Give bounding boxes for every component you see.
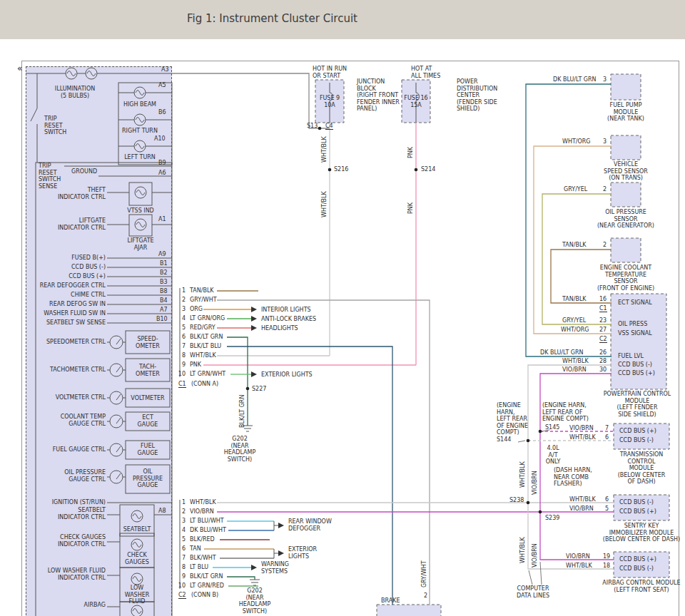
conn-a-name: (CONN A) xyxy=(191,381,218,388)
s214-label: S214 xyxy=(421,166,435,173)
conn-b-7-wire: BLK/WHT xyxy=(190,555,216,562)
pnk-vertical-label-2: PNK xyxy=(407,202,415,214)
speedometer-gauge-icon xyxy=(110,336,123,349)
computer-data-lines-label: COMPUTER DATA LINES xyxy=(514,585,552,599)
conn-b-3-wire: LT BLU/WHT xyxy=(190,518,224,525)
pin-b3: B3 xyxy=(160,279,168,286)
pin-b8: B8 xyxy=(160,288,168,295)
oil-sensor-pin: 2 xyxy=(603,186,607,193)
conn-a-3-wire: ORG xyxy=(190,306,203,313)
fuel-gauge-label: FUEL GAUGE xyxy=(126,443,170,456)
chime-ctrl-label: CHIME CTRL xyxy=(29,292,106,299)
conn-a-7-num: 7 xyxy=(176,343,186,350)
ccd-bus-pos-label: CCD BUS (+) xyxy=(29,273,106,280)
c4-text: C4 xyxy=(325,123,333,130)
conn-a-1-num: 1 xyxy=(176,287,186,294)
pcm-wire-5: VIO/BRN xyxy=(562,366,587,374)
conn-a-5-num: 5 xyxy=(176,324,186,332)
pcm-signal-2: VSS SIGNAL xyxy=(618,330,652,337)
check-ctrl-label: CHECK GAUGES INDICATOR CTRL xyxy=(21,534,106,548)
high-beam-label: HIGH BEAM xyxy=(118,101,161,108)
fused-b-label: FUSED B(+) xyxy=(29,255,106,262)
dest-headlights: HEADLIGHTS xyxy=(261,325,298,332)
c4-label: C4 xyxy=(325,123,333,130)
hot-at-all-times-label: HOT AT ALL TIMES xyxy=(411,66,440,79)
speedometer-label: SPEED- OMETER xyxy=(126,336,170,349)
conn-b-7-num: 7 xyxy=(176,555,186,562)
illumination-bulb-icon xyxy=(86,68,97,79)
g202a-label: G202 (NEAR HEADLAMP SWITCH) xyxy=(222,436,258,463)
dash-harn-label: (DASH HARN, NEAR COMB FLASHER) xyxy=(554,467,597,488)
conn-a-2-num: 2 xyxy=(176,297,186,304)
s216-label: S216 xyxy=(334,166,348,173)
splice-s145 xyxy=(539,430,542,433)
theft-indicator-label: THEFT INDICATOR CTRL xyxy=(41,187,106,200)
wires xyxy=(172,73,614,605)
s13-label: S13 xyxy=(307,123,318,130)
pnk-vertical-label-1: PNK xyxy=(407,147,415,158)
brake-label: BRAKE xyxy=(381,597,400,605)
skim-signal-1: CCD BUS (+) xyxy=(619,508,656,515)
splice-s239 xyxy=(539,510,542,514)
s227-label: S227 xyxy=(252,386,266,393)
oil-gauge-label: OIL PRESSURE GAUGE xyxy=(126,468,170,489)
high-beam-bulb-icon xyxy=(134,87,146,98)
conn-b-10-num: 10 xyxy=(176,582,186,590)
left-turn-bulb-icon xyxy=(134,140,146,152)
vtss-ind-label: VTSS IND xyxy=(124,207,157,215)
pin-b4: B4 xyxy=(160,297,168,304)
pcm-signal-4: CCD BUS (-) xyxy=(618,361,652,369)
vss-pin: 3 xyxy=(603,138,607,145)
right-turn-label: RIGHT TURN xyxy=(118,128,161,135)
arrow-exterior-lights-a xyxy=(251,371,257,377)
tachometer-label: TACH- OMETER xyxy=(126,364,170,377)
airbag-pin-0: 19 xyxy=(603,553,610,560)
pcm-wire-3: DK BLU/LT GRN xyxy=(540,349,584,356)
grywht-vertical-label: GRY/WHT xyxy=(421,560,428,587)
viobrn-vertical-low: VIO/BRN xyxy=(532,543,539,568)
conn-b-10-wire: LT GRN/RED xyxy=(190,582,224,590)
airbag-wire-0: VIO/BRN xyxy=(566,553,590,560)
c2-text: C2 xyxy=(178,592,186,599)
voltmeter-label: VOLTMETER xyxy=(126,395,170,402)
pdc-label: POWER DISTRIBUTION CENTER (FENDER SIDE S… xyxy=(457,78,497,113)
liftgate-indicator-label: LIFTGATE INDICATOR CTRL xyxy=(41,217,106,231)
blkltgrn-vertical-label: BLK/LT GRN xyxy=(239,395,246,428)
pcm-c1-text: C1 xyxy=(599,305,607,312)
hot-in-run-label: HOT IN RUN OR START xyxy=(313,66,347,79)
vss-label: VEHICLE SPEED SENSOR (ON TRANS) xyxy=(599,161,652,182)
tcm-wire-0: VIO/BRN xyxy=(569,425,594,432)
liftgate-bulb-icon xyxy=(135,219,146,230)
conn-a-4-wire: LT GRN/ORG xyxy=(190,315,225,322)
tcm-label: TRANSMISSION CONTROL MODULE (BELOW CENTE… xyxy=(607,451,676,486)
conn-a-6-wire: BLK/LT GRN xyxy=(190,334,223,341)
tachometer-gauge-icon xyxy=(110,364,123,376)
ground-label: GROUND xyxy=(71,168,97,175)
conn-b-name: (CONN B) xyxy=(191,592,218,599)
pin-b6: B6 xyxy=(158,109,166,116)
pcm-pin-3: 26 xyxy=(599,349,607,356)
dest-rear-window-defogger: REAR WINDOW DEFOGGER xyxy=(288,518,332,532)
seatbelt-ctrl-label: SEATBELT INDICATOR CTRL xyxy=(21,507,106,520)
airbag-label: AIRBAG xyxy=(21,602,106,609)
conn-b-6-num: 6 xyxy=(176,545,186,553)
pin-a5: A5 xyxy=(158,82,166,89)
s239-label: S239 xyxy=(545,515,559,522)
conn-b-1-wire: WHT/BLK xyxy=(190,499,216,506)
ect-gauge-label: ECT GAUGE xyxy=(126,414,170,428)
pcm-c2: C2 xyxy=(599,336,607,343)
ect-sensor-box xyxy=(611,238,641,262)
pcm-c2-text: C2 xyxy=(599,336,607,343)
conn-a-1-wire: TAN/BLK xyxy=(190,287,214,294)
washer-ctrl-label: LOW WASHER FLUID INDICATOR CTRL xyxy=(21,568,106,581)
ect-sensor-wire-label: TAN/BLK xyxy=(562,242,587,249)
conn-b-6-wire: TAN xyxy=(190,545,201,553)
ground-symbol-g202b xyxy=(250,580,260,585)
oil-ctrl-label: OIL PRESSURE GAUGE CTRL xyxy=(21,469,106,483)
right-turn-bulb-icon xyxy=(134,114,146,125)
trip-reset-switch-label: TRIP RESET SWITCH xyxy=(44,115,66,136)
c1-text: C1 xyxy=(178,381,186,388)
coolant-ctrl-label: COOLANT TEMP GAUGE CTRL xyxy=(21,414,106,427)
skim-pin-0: 6 xyxy=(605,496,609,503)
viobrn-vertical-mid: VIO/BRN xyxy=(532,471,539,495)
